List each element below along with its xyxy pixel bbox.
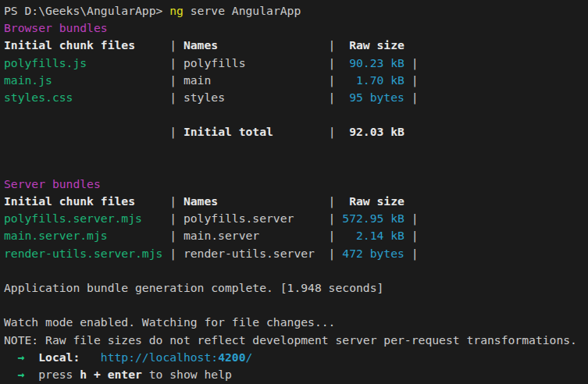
status-line: Application bundle generation complete. …	[4, 279, 588, 297]
watch-mode-text: Watch mode enabled. Watching for file ch…	[4, 315, 335, 329]
bundle-name-cell: | render-utils.server |	[162, 247, 342, 260]
local-url-line: → Local: http://localhost:4200/	[4, 349, 588, 366]
help-keys: h + enter	[80, 368, 142, 381]
shell-prompt: PS D:\Geeks\AngularApp>	[4, 4, 169, 17]
help-text: press	[25, 368, 80, 381]
col-header-initial-chunk-files: Initial chunk files	[4, 38, 135, 52]
status-text: Application bundle generation complete. …	[4, 281, 383, 294]
bundle-name-cell: | main |	[52, 73, 342, 87]
blank-line	[4, 106, 588, 123]
command-args: serve AngularApp	[184, 4, 301, 17]
pipe-separator: |	[218, 194, 349, 208]
blank-line	[4, 262, 588, 279]
arrow-icon: →	[18, 350, 25, 364]
file-name: styles.css	[4, 91, 73, 104]
trailing-pipe: |	[404, 56, 419, 69]
col-header-names: Names	[184, 194, 218, 208]
terminal: PS D:\Geeks\AngularApp> ng serve Angular…	[0, 0, 588, 384]
gap	[25, 350, 39, 364]
col-header-initial-chunk-files: Initial chunk files	[4, 194, 135, 208]
bundle-name-cell: | styles |	[73, 91, 342, 104]
note-text: NOTE: Raw file sizes do not reflect deve…	[4, 333, 577, 347]
section-heading-text: Browser bundles	[4, 21, 108, 34]
raw-size-value: 472 bytes	[342, 247, 404, 260]
blank-line	[4, 158, 588, 176]
server-table-header: Initial chunk files | Names | Raw size	[4, 193, 588, 210]
raw-size-value: 90.23 kB	[342, 56, 404, 69]
gap	[80, 350, 101, 364]
initial-total-label: Initial total	[184, 125, 273, 138]
trailing-pipe: |	[404, 247, 419, 260]
bundle-name-cell: | main.server |	[108, 229, 343, 242]
raw-size-value: 95 bytes	[342, 91, 404, 104]
browser-bundles-heading: Browser bundles	[4, 20, 588, 37]
local-label: Local:	[38, 350, 80, 364]
raw-size-value: 2.14 kB	[342, 229, 404, 242]
raw-size-value: 572.95 kB	[342, 212, 404, 225]
table-row: polyfills.js | polyfills | 90.23 kB |	[4, 55, 588, 72]
table-row: main.js | main | 1.70 kB |	[4, 72, 588, 89]
pipe-separator: |	[135, 194, 184, 208]
col-header-names: Names	[184, 38, 218, 52]
file-name: render-utils.server.mjs	[4, 247, 162, 260]
file-name: main.js	[4, 73, 52, 87]
port-number[interactable]: 4200	[218, 350, 245, 364]
local-url[interactable]: http://localhost:	[101, 350, 218, 364]
help-text: to show help	[142, 368, 232, 381]
table-row: polyfills.server.mjs | polyfills.server …	[4, 210, 588, 227]
table-row: main.server.mjs | main.server | 2.14 kB …	[4, 227, 588, 244]
table-row: render-utils.server.mjs | render-utils.s…	[4, 245, 588, 262]
trailing-pipe: |	[404, 91, 419, 104]
pipe-separator: |	[218, 38, 349, 52]
table-row: styles.css | styles | 95 bytes |	[4, 89, 588, 106]
help-line: → press h + enter to show help	[4, 366, 588, 383]
trailing-pipe: |	[404, 212, 419, 225]
raw-size-value: 1.70 kB	[342, 73, 404, 87]
pipe-separator: |	[135, 38, 184, 52]
blank-line	[4, 141, 588, 158]
file-name: polyfills.js	[4, 56, 87, 69]
section-heading-text: Server bundles	[4, 177, 101, 190]
bundle-name-cell: | polyfills.server |	[142, 212, 342, 225]
indent	[4, 368, 18, 381]
browser-table-header: Initial chunk files | Names | Raw size	[4, 37, 588, 54]
prompt-line: PS D:\Geeks\AngularApp> ng serve Angular…	[4, 2, 588, 20]
col-header-raw-size: Raw size	[349, 194, 404, 208]
trailing-pipe: |	[404, 229, 419, 242]
pipe-separator: |	[4, 125, 184, 138]
indent	[4, 350, 18, 364]
bundle-name-cell: | polyfills |	[87, 56, 342, 69]
file-name: polyfills.server.mjs	[4, 212, 142, 225]
trailing-pipe: |	[404, 73, 419, 87]
note-line: NOTE: Raw file sizes do not reflect deve…	[4, 332, 588, 349]
url-slash[interactable]: /	[246, 350, 253, 364]
file-name: main.server.mjs	[4, 229, 108, 242]
server-bundles-heading: Server bundles	[4, 176, 588, 193]
arrow-icon: →	[18, 368, 25, 381]
ng-command: ng	[169, 4, 184, 17]
watch-mode-line: Watch mode enabled. Watching for file ch…	[4, 314, 588, 331]
pipe-separator: |	[273, 125, 342, 138]
col-header-raw-size: Raw size	[349, 38, 404, 52]
initial-total-size: 92.03 kB	[342, 125, 404, 138]
blank-line	[4, 297, 588, 314]
initial-total-row: | Initial total | 92.03 kB	[4, 123, 588, 140]
